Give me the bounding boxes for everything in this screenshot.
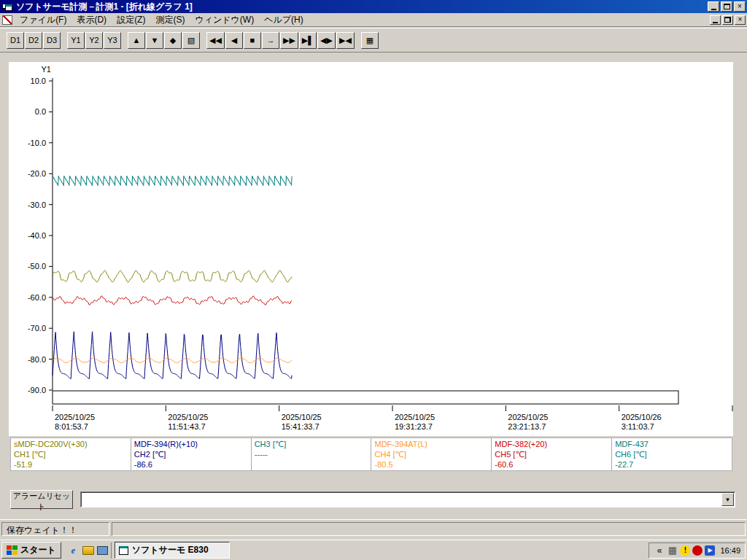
keyboard-layout-icon[interactable]: ▦ — [667, 545, 678, 556]
x-tick-date: 2025/10/25 — [508, 413, 548, 421]
menu-help[interactable]: ヘルプ(H) — [259, 12, 309, 28]
menu-file[interactable]: ファイル(F) — [15, 12, 71, 28]
mdi-restore-button[interactable] — [722, 15, 733, 25]
channel-label: CH6 [℃] — [615, 449, 729, 459]
app-icon[interactable] — [1, 1, 13, 12]
task-label: ソフトサーモ E830 — [132, 544, 209, 556]
channel-name: MDF-394(R)(+10) — [134, 439, 248, 449]
y-tick-label: 0.0 — [35, 107, 46, 116]
expand-time-button[interactable]: ◀▶ — [317, 32, 336, 49]
task-app-icon — [119, 546, 128, 555]
go-to-latest-button[interactable]: ▶▌ — [299, 32, 317, 49]
antivirus-tray-icon[interactable] — [692, 545, 703, 556]
taskbar-clock: 16:49 — [718, 546, 740, 555]
channel-label: CH3 [℃] — [255, 439, 368, 449]
channel-value: -51.9 — [14, 459, 128, 470]
trace-ch2 — [53, 332, 292, 379]
channel-legend: sMDF-DC200V(+30) CH1 [℃] -51.9 MDF-394(R… — [10, 438, 732, 471]
graph-list-button[interactable]: ▦ — [361, 32, 379, 49]
channel-label: CH4 [℃] — [374, 449, 488, 459]
d1-button[interactable]: D1 — [7, 32, 24, 49]
fast-forward-button[interactable]: ▶▶ — [280, 32, 298, 49]
channel-legend-ch2: MDF-394(R)(+10) CH2 [℃] -86.6 — [131, 438, 252, 470]
toolbar-group-arrows: ▲▼◆▧ — [128, 32, 200, 49]
window-title: ソフトサーモ計測－計測1 - [折れ線グラフ 1] — [16, 1, 708, 13]
channel-value: -80.5 — [374, 459, 488, 470]
taskbar-task-button[interactable]: ソフトサーモ E830 — [115, 542, 230, 559]
menu-items: ファイル(F)表示(D)設定(Z)測定(S)ウィンドウ(W)ヘルプ(H) — [15, 12, 710, 28]
y2-button[interactable]: Y2 — [85, 32, 103, 49]
maximize-button[interactable] — [721, 1, 732, 12]
alarm-reset-button[interactable]: アラームリセット — [10, 490, 73, 509]
menu-measure[interactable]: 測定(S) — [150, 12, 190, 28]
trace-ch1 — [53, 271, 292, 282]
x-tick-time: 3:11:03.7 — [622, 422, 654, 431]
status-bar: 保存ウェイト！！ — [0, 519, 747, 538]
x-tick-time: 11:51:43.7 — [168, 422, 205, 431]
close-button[interactable]: × — [734, 1, 746, 12]
channel-name: MDF-382(+20) — [495, 439, 608, 449]
channel-label: CH2 [℃] — [134, 449, 248, 459]
channel-name: sMDF-DC200V(+30) — [14, 439, 128, 449]
alarm-message-combobox[interactable]: ▼ — [80, 491, 735, 508]
x-tick-date: 2025/10/26 — [622, 413, 662, 421]
menu-window[interactable]: ウィンドウ(W) — [190, 12, 259, 28]
x-tick-time: 15:41:33.7 — [282, 422, 320, 431]
x-tick-date: 2025/10/25 — [168, 413, 208, 421]
channel-name: MDF-394AT(L) — [374, 439, 488, 449]
channel-legend-ch4: MDF-394AT(L) CH4 [℃] -80.5 — [371, 438, 492, 470]
y-tick-label: -20.0 — [28, 169, 46, 178]
y-tick-label: -80.0 — [28, 355, 46, 364]
step-forward-button[interactable]: → — [262, 32, 279, 49]
line-graph-panel: 10.00.0-10.0-20.0-30.0-40.0-50.0-60.0-70… — [9, 62, 733, 436]
taskbar: スタート e ソフトサーモ E830 «▦!▶ 16:49 — [0, 540, 747, 560]
quick-launch-bar: e — [64, 542, 112, 559]
trace-ch5 — [53, 296, 292, 305]
toolbar-group-axis: Y1Y2Y3 — [67, 32, 121, 49]
warning-tray-icon[interactable]: ! — [680, 545, 690, 556]
channel-legend-ch1: sMDF-DC200V(+30) CH1 [℃] -51.9 — [11, 438, 131, 470]
zoom-reset-button[interactable]: ▧ — [182, 32, 200, 49]
y3-button[interactable]: Y3 — [104, 32, 121, 49]
x-tick-date: 2025/10/25 — [395, 413, 435, 421]
compress-time-button[interactable]: ▶◀ — [336, 32, 355, 49]
hide-tray-icons-chevron-icon[interactable]: « — [654, 545, 665, 556]
y1-button[interactable]: Y1 — [67, 32, 85, 49]
folder-icon[interactable] — [82, 546, 94, 555]
channel-value: -22.7 — [615, 459, 729, 470]
show-desktop-icon[interactable] — [97, 546, 108, 555]
y-tick-label: -50.0 — [28, 262, 46, 271]
trace-ch6 — [53, 176, 292, 185]
application-window: ソフトサーモ計測－計測1 - [折れ線グラフ 1] × ファイル(F)表示(D)… — [0, 0, 747, 560]
scroll-down-button[interactable]: ▼ — [146, 32, 163, 49]
y-tick-label: -70.0 — [28, 324, 46, 332]
media-player-tray-icon[interactable]: ▶ — [705, 545, 715, 556]
rewind-button[interactable]: ◀◀ — [206, 32, 225, 49]
d3-button[interactable]: D3 — [43, 32, 61, 49]
ie-icon[interactable]: e — [67, 545, 80, 556]
d2-button[interactable]: D2 — [25, 32, 42, 49]
stop-button[interactable]: ■ — [244, 32, 261, 49]
minimize-button[interactable] — [708, 1, 719, 12]
y-tick-label: -60.0 — [28, 293, 46, 302]
tray-icons: «▦!▶ — [654, 545, 715, 556]
x-tick-time: 19:31:23.7 — [395, 422, 433, 431]
channel-value: -60.6 — [495, 459, 608, 470]
y-tick-label: 10.0 — [31, 77, 46, 85]
combo-dropdown-arrow-icon[interactable]: ▼ — [721, 493, 734, 506]
channel-label: CH1 [℃] — [14, 449, 128, 459]
menu-view[interactable]: 表示(D) — [71, 12, 112, 28]
graph-document-icon[interactable] — [2, 15, 12, 25]
menu-settings[interactable]: 設定(Z) — [112, 12, 150, 28]
title-bar: ソフトサーモ計測－計測1 - [折れ線グラフ 1] × — [0, 0, 747, 13]
y-axis-title: Y1 — [42, 65, 51, 74]
fit-vertical-button[interactable]: ◆ — [164, 32, 182, 49]
scroll-up-button[interactable]: ▲ — [128, 32, 145, 49]
mdi-close-button[interactable]: × — [735, 15, 746, 25]
step-back-button[interactable]: ◀ — [225, 32, 243, 49]
start-button[interactable]: スタート — [1, 542, 61, 559]
time-range-box[interactable] — [53, 391, 678, 404]
y-tick-label: -10.0 — [28, 139, 46, 147]
channel-value: ----- — [255, 449, 368, 459]
mdi-minimize-button[interactable] — [710, 15, 721, 25]
